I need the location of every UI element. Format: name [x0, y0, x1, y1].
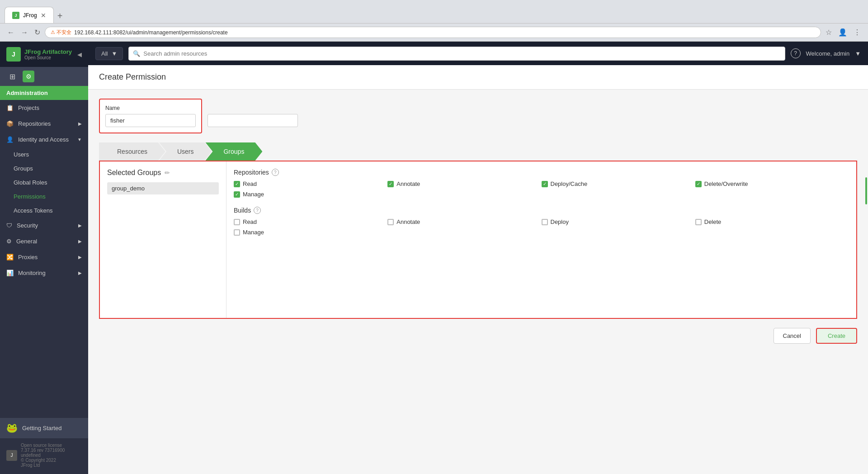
repositories-permissions: Repositories ? ✓ Read ✓ Annotat: [234, 169, 849, 198]
forward-button[interactable]: →: [19, 27, 30, 38]
builds-deploy-checkbox[interactable]: [542, 219, 548, 225]
wizard-tabs: Resources Users Groups: [99, 142, 857, 161]
repo-manage-checkbox[interactable]: ✓: [234, 191, 240, 198]
sidebar-section-administration: Administration: [0, 86, 88, 100]
content-header: Create Permission: [88, 65, 868, 90]
tab-title: JFrog: [23, 12, 37, 19]
builds-deploy-label: Deploy: [551, 218, 569, 225]
getting-started-item[interactable]: 🐸 Getting Started: [0, 418, 88, 438]
bottom-actions: Cancel Create: [99, 319, 857, 344]
name-label: Name: [105, 105, 196, 111]
sidebar-item-monitoring-label: Monitoring: [18, 270, 46, 276]
create-button[interactable]: Create: [816, 328, 857, 344]
builds-annotate-checkbox[interactable]: [387, 219, 394, 225]
sidebar-item-repositories[interactable]: 📦 Repositories ▶: [0, 116, 88, 132]
repositories-checkboxes: ✓ Read ✓ Annotate ✓ Deploy/Cache: [234, 180, 849, 198]
browser-tab-active[interactable]: J JFrog ✕: [5, 7, 54, 23]
edit-groups-icon[interactable]: ✏: [165, 169, 170, 176]
repo-annotate-label: Annotate: [396, 180, 420, 187]
search-input[interactable]: [128, 47, 785, 61]
tab-resources-label: Resources: [117, 148, 147, 155]
repo-cb-deploy: ✓ Deploy/Cache: [542, 180, 695, 187]
general-icon: ⚙: [6, 238, 12, 245]
repo-read-label: Read: [243, 180, 257, 187]
getting-started-icon: 🐸: [6, 422, 18, 433]
scrollbar-indicator[interactable]: [865, 177, 867, 204]
builds-title: Builds ?: [234, 207, 849, 214]
sidebar-collapse-icon[interactable]: ◀: [77, 51, 82, 58]
help-button[interactable]: ?: [791, 48, 801, 58]
repo-annotate-checkbox[interactable]: ✓: [387, 181, 394, 187]
users-label: Users: [14, 151, 29, 158]
repo-deploy-checkbox[interactable]: ✓: [542, 181, 548, 187]
sidebar-item-proxies[interactable]: 🔀 Proxies ▶: [0, 249, 88, 265]
browser-nav: ← → ↻ ⚠ 不安全 192.168.42.111:8082/ui/admin…: [0, 24, 868, 42]
browser-chrome: J JFrog ✕ +: [0, 0, 868, 24]
new-tab-button[interactable]: +: [54, 9, 66, 23]
group-item: group_demo: [107, 182, 219, 194]
logo-icon: J: [6, 47, 21, 62]
settings-icon[interactable]: ⚙: [23, 71, 34, 82]
refresh-button[interactable]: ↻: [33, 26, 42, 38]
sidebar-item-identity-access[interactable]: 👤 Identity and Access ▼: [0, 132, 88, 147]
sidebar-item-general-label: General: [16, 238, 37, 245]
repo-cb-delete: ✓ Delete/Overwrite: [695, 180, 849, 187]
sidebar-item-projects[interactable]: 📋 Projects: [0, 100, 88, 116]
groups-left-panel: Selected Groups ✏ group_demo: [100, 161, 226, 318]
repo-manage-label: Manage: [243, 191, 264, 198]
builds-manage-label: Manage: [243, 229, 264, 236]
builds-cb-deploy: Deploy: [542, 218, 695, 225]
search-bar[interactable]: 🔍: [128, 47, 785, 61]
builds-read-checkbox[interactable]: [234, 219, 240, 225]
repo-deploy-label: Deploy/Cache: [551, 180, 588, 187]
cancel-button[interactable]: Cancel: [774, 328, 811, 344]
address-bar[interactable]: ⚠ 不安全 192.168.42.111:8082/ui/admin/manag…: [45, 27, 821, 38]
repo-delete-checkbox[interactable]: ✓: [695, 181, 702, 187]
sidebar-item-general[interactable]: ⚙ General ▶: [0, 233, 88, 249]
name-extra-input[interactable]: [208, 114, 298, 127]
main-wrapper: All ▼ 🔍 ? Welcome, admin ▼ Create Permis…: [88, 42, 868, 474]
bookmark-button[interactable]: ☆: [824, 26, 834, 38]
profile-button[interactable]: 👤: [836, 26, 849, 38]
page-title: Create Permission: [99, 72, 857, 82]
name-input[interactable]: [105, 114, 196, 127]
general-chevron-icon: ▶: [78, 239, 82, 244]
footer-logo-icon: J: [6, 450, 17, 461]
tab-resources[interactable]: Resources: [99, 142, 165, 161]
repo-delete-label: Delete/Overwrite: [704, 180, 748, 187]
sidebar-footer: J Open source license 7.37.16 rev 737169…: [0, 438, 88, 474]
projects-icon: 📋: [6, 104, 14, 111]
sidebar-item-monitoring[interactable]: 📊 Monitoring ▶: [0, 265, 88, 281]
builds-help-icon[interactable]: ?: [254, 207, 261, 214]
sidebar-item-security[interactable]: 🛡 Security ▶: [0, 218, 88, 233]
tab-users-label: Users: [177, 148, 194, 155]
repo-read-checkbox[interactable]: ✓: [234, 181, 240, 187]
grid-icon[interactable]: ⊞: [6, 71, 18, 82]
builds-manage-checkbox[interactable]: [234, 229, 240, 236]
tab-groups[interactable]: Groups: [205, 142, 262, 161]
sidebar-sub-users[interactable]: Users: [0, 147, 88, 161]
sidebar-sub-permissions[interactable]: Permissions: [0, 190, 88, 204]
footer-version: 7.37.16 rev 73716900: [21, 448, 65, 453]
resource-filter-dropdown[interactable]: All ▼: [95, 47, 123, 60]
sidebar-item-proxies-label: Proxies: [18, 254, 38, 261]
browser-actions: ☆ 👤 ⋮: [824, 26, 863, 38]
sidebar-sub-global-roles[interactable]: Global Roles: [0, 175, 88, 190]
repositories-help-icon[interactable]: ?: [272, 169, 279, 176]
menu-button[interactable]: ⋮: [852, 26, 863, 38]
repo-cb-read: ✓ Read: [234, 180, 387, 187]
monitoring-icon: 📊: [6, 270, 14, 276]
footer-extra: undefined: [21, 453, 65, 458]
proxies-icon: 🔀: [6, 254, 14, 261]
sidebar-sub-groups[interactable]: Groups: [0, 161, 88, 175]
sidebar: J JFrog Artifactory Open Source ◀ ⊞ ⚙ Ad…: [0, 42, 88, 474]
identity-chevron-icon: ▼: [77, 137, 82, 142]
sidebar-sub-access-tokens[interactable]: Access Tokens: [0, 204, 88, 218]
builds-cb-read: Read: [234, 218, 387, 225]
builds-delete-checkbox[interactable]: [695, 219, 702, 225]
sidebar-item-projects-label: Projects: [18, 104, 39, 111]
tab-users[interactable]: Users: [159, 142, 212, 161]
tab-close-button[interactable]: ✕: [41, 12, 46, 19]
back-button[interactable]: ←: [5, 27, 16, 38]
footer-license: Open source license: [21, 443, 65, 448]
